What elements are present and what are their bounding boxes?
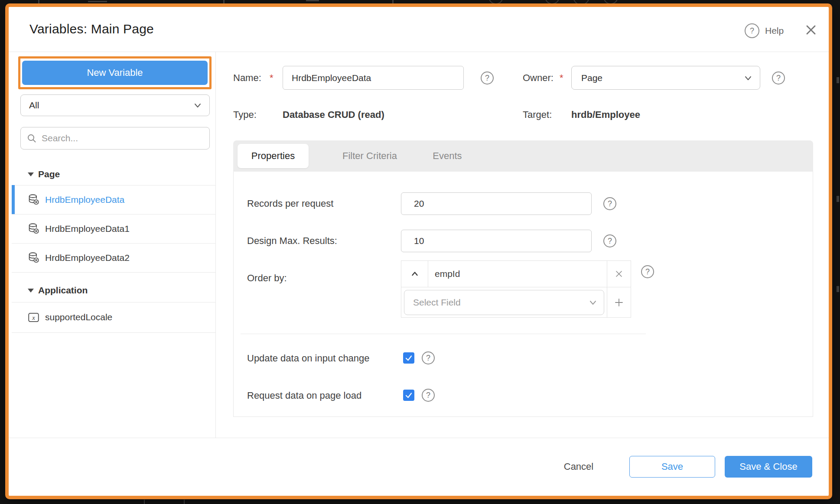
target-label: Target: (523, 109, 552, 120)
name-required-marker: * (270, 72, 273, 84)
section-header-application[interactable]: Application (28, 284, 88, 296)
tab-events[interactable]: Events (417, 144, 478, 168)
chevron-down-icon (743, 73, 753, 83)
update-on-input-change-label: Update data on input change (247, 353, 370, 364)
type-label: Type: (233, 109, 257, 120)
close-small-icon (614, 269, 624, 279)
section-label: Application (38, 285, 88, 296)
sidebar-item-label: HrdbEmployeeData2 (45, 253, 130, 263)
records-per-request-help-icon[interactable]: ? (603, 197, 616, 210)
database-variable-icon (28, 194, 39, 205)
caret-down-icon (28, 172, 34, 176)
variables-dialog: Variables: Main Page ? Help New Variable… (5, 3, 832, 499)
new-variable-button[interactable]: New Variable (22, 61, 208, 85)
sidebar-item-hrdbemployeedata1[interactable]: HrdbEmployeeData1 (12, 214, 215, 243)
sidebar-item-hrdbemployeedata2[interactable]: HrdbEmployeeData2 (12, 243, 215, 272)
list-divider (12, 272, 215, 273)
close-icon[interactable] (804, 23, 817, 36)
update-on-input-change-help-icon[interactable]: ? (422, 351, 435, 364)
search-box (20, 127, 210, 150)
search-input[interactable] (41, 133, 204, 144)
chevron-up-icon (410, 270, 419, 278)
owner-help-icon[interactable]: ? (772, 72, 785, 85)
help-button[interactable]: ? Help (745, 23, 784, 38)
request-on-page-load-checkbox[interactable] (403, 390, 414, 401)
owner-value: Page (581, 73, 743, 83)
list-divider (12, 332, 215, 333)
sidebar-divider (215, 52, 216, 438)
name-help-icon[interactable]: ? (481, 72, 494, 85)
database-variable-icon (28, 252, 39, 263)
variable-filter-value: All (29, 100, 193, 111)
order-by-field[interactable]: empId (428, 261, 607, 287)
request-on-page-load-label: Request data on page load (247, 390, 361, 401)
check-icon (405, 391, 413, 399)
sidebar-item-supportedlocale[interactable]: x supportedLocale (12, 302, 215, 332)
owner-label: Owner: (523, 72, 553, 84)
type-value: Database CRUD (read) (283, 109, 384, 120)
section-header-page[interactable]: Page (28, 168, 60, 180)
select-field-dropdown[interactable]: Select Field (404, 290, 604, 315)
records-per-request-input[interactable] (401, 192, 592, 215)
order-by-group: empId Select Field (401, 260, 631, 318)
sidebar-item-label: supportedLocale (45, 312, 112, 322)
section-divider (241, 334, 646, 334)
remove-order-field-button[interactable] (607, 261, 631, 287)
svg-text:x: x (32, 314, 35, 321)
database-variable-icon (28, 223, 39, 234)
target-value: hrdb/Employee (571, 109, 640, 120)
search-icon (27, 133, 36, 143)
order-by-field-value: empId (435, 269, 460, 279)
name-label: Name: (233, 72, 261, 84)
page-title: Variables: Main Page (29, 22, 154, 36)
chevron-down-icon (193, 101, 202, 110)
sidebar-item-label: HrdbEmployeeData (45, 195, 124, 205)
caret-down-icon (28, 289, 34, 293)
sidebar-item-label: HrdbEmployeeData1 (45, 224, 130, 234)
expression-variable-icon: x (28, 312, 39, 323)
variable-filter-select[interactable]: All (20, 94, 210, 116)
tab-properties[interactable]: Properties (238, 144, 309, 168)
request-on-page-load-help-icon[interactable]: ? (422, 389, 435, 402)
owner-select[interactable]: Page (571, 66, 760, 90)
chevron-down-icon (588, 298, 598, 307)
design-max-results-input[interactable] (401, 230, 592, 252)
check-icon (405, 354, 413, 362)
cancel-button[interactable]: Cancel (550, 456, 607, 478)
plus-icon (614, 297, 624, 308)
order-by-label: Order by: (247, 273, 287, 284)
sort-direction-toggle[interactable] (401, 261, 428, 287)
owner-required-marker: * (560, 72, 563, 84)
footer-divider (9, 438, 829, 438)
tab-filter-criteria[interactable]: Filter Criteria (324, 144, 415, 168)
help-label: Help (765, 26, 784, 36)
save-and-close-button[interactable]: Save & Close (725, 456, 812, 478)
order-by-help-icon[interactable]: ? (641, 265, 654, 278)
help-icon: ? (745, 23, 759, 38)
section-label: Page (38, 169, 60, 179)
select-field-placeholder: Select Field (413, 297, 588, 308)
sidebar-item-hrdbemployeedata[interactable]: HrdbEmployeeData (12, 185, 215, 214)
update-on-input-change-checkbox[interactable] (403, 352, 414, 364)
save-button[interactable]: Save (629, 456, 715, 478)
header-divider (9, 52, 829, 52)
records-per-request-label: Records per request (247, 198, 333, 209)
tab-bar: Properties Filter Criteria Events (233, 140, 813, 172)
add-order-field-button[interactable] (607, 287, 631, 317)
design-max-results-label: Design Max. Results: (247, 235, 337, 247)
name-input[interactable] (283, 66, 464, 90)
design-max-results-help-icon[interactable]: ? (603, 234, 616, 247)
selected-indicator-bar (12, 185, 15, 214)
